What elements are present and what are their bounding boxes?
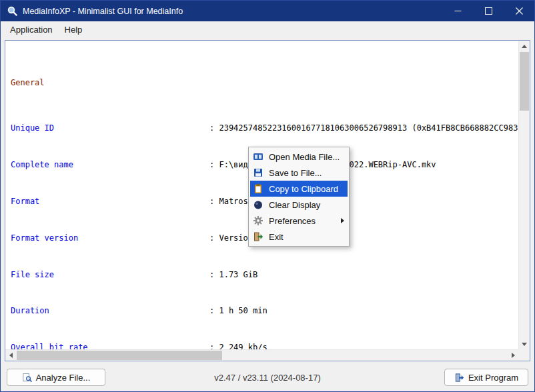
preferences-gear-icon (252, 215, 264, 226)
scroll-right-button[interactable] (508, 350, 518, 361)
report-row: File size: 1.73 GiB (11, 271, 518, 280)
app-logo-magnifier-icon (7, 5, 18, 17)
scroll-left-arrow-icon (9, 353, 13, 358)
open-media-file-icon (252, 151, 264, 162)
maximize-button[interactable] (473, 1, 504, 21)
menu-bar: Application Help (1, 21, 534, 38)
menu-item-save-to-file[interactable]: Save to File... (250, 165, 348, 181)
window-title: MediaInfoXP - Minimalist GUI for MediaIn… (23, 7, 183, 16)
horizontal-scrollbar[interactable] (5, 349, 518, 361)
analyze-file-label: Analyze File... (36, 373, 91, 383)
report-row: Duration: 1 h 50 min (11, 307, 518, 316)
close-icon (516, 7, 523, 15)
app-window: MediaInfoXP - Minimalist GUI for MediaIn… (0, 0, 535, 392)
report-row: Unique ID: 23942574852231600167718106300… (11, 124, 518, 133)
menu-item-exit[interactable]: Exit (250, 229, 348, 245)
report-value: : 1 h 50 min (209, 307, 268, 316)
report-row: Overall bit rate: 2 249 kb/s (11, 343, 518, 349)
menu-item-clear-display[interactable]: Clear Display (250, 197, 348, 213)
main-area: General Unique ID: 239425748522316001677… (5, 40, 530, 361)
minimize-icon (454, 7, 462, 15)
copy-clipboard-icon (252, 183, 264, 194)
exit-door-icon (252, 231, 264, 242)
scrollbar-corner (518, 349, 530, 361)
menu-item-label: Open Media File... (269, 152, 340, 162)
report-key: Duration (11, 307, 209, 316)
menu-item-preferences[interactable]: Preferences (250, 213, 348, 229)
scroll-up-button[interactable] (519, 41, 530, 51)
menu-application[interactable]: Application (4, 21, 59, 38)
menu-item-label: Copy to Clipboard (269, 184, 338, 194)
menu-item-label: Preferences (269, 216, 316, 226)
vertical-scrollbar[interactable] (518, 41, 530, 349)
section-title: General (11, 79, 45, 88)
context-menu: Open Media File... Save to File... (248, 147, 350, 247)
close-button[interactable] (504, 1, 534, 21)
clear-display-icon (252, 199, 264, 210)
scroll-down-button[interactable] (519, 339, 530, 349)
caption-buttons (442, 1, 534, 21)
report-key: File size (11, 271, 209, 280)
menu-item-open-media-file[interactable]: Open Media File... (250, 149, 348, 165)
report-key: Format version (11, 234, 209, 243)
report-key: Format (11, 197, 209, 207)
analyze-file-icon (22, 373, 32, 383)
horizontal-scrollbar-thumb[interactable] (17, 351, 222, 360)
report-key: Complete name (11, 161, 209, 170)
scroll-down-arrow-icon (522, 343, 527, 346)
menu-item-label: Save to File... (269, 168, 322, 178)
menu-item-label: Exit (269, 232, 284, 242)
vertical-scrollbar-thumb[interactable] (520, 52, 529, 111)
exit-program-label: Exit Program (468, 373, 518, 383)
menu-item-copy-to-clipboard[interactable]: Copy to Clipboard (250, 181, 348, 197)
save-to-file-icon (252, 167, 264, 178)
exit-program-button[interactable]: Exit Program (444, 369, 528, 386)
report-key: Overall bit rate (11, 343, 209, 349)
submenu-arrow-icon (341, 218, 344, 223)
report-value: : 23942574852231600167718106300652679891… (209, 124, 518, 133)
menu-item-label: Clear Display (269, 200, 320, 210)
footer-bar: v2.47 / v23.11 (2024-08-17) Analyze File… (1, 363, 534, 391)
minimize-button[interactable] (442, 1, 473, 21)
scroll-up-arrow-icon (522, 45, 527, 48)
report-key: Unique ID (11, 124, 209, 133)
maximize-icon (485, 7, 492, 15)
report-value: : 1.73 GiB (209, 271, 257, 280)
analyze-file-button[interactable]: Analyze File... (7, 369, 105, 386)
scroll-left-button[interactable] (5, 350, 16, 361)
exit-program-icon (454, 373, 464, 383)
report-value: : 2 249 kb/s (209, 343, 268, 349)
scroll-right-arrow-icon (512, 353, 515, 358)
menu-help[interactable]: Help (59, 21, 89, 38)
titlebar[interactable]: MediaInfoXP - Minimalist GUI for MediaIn… (1, 1, 534, 21)
